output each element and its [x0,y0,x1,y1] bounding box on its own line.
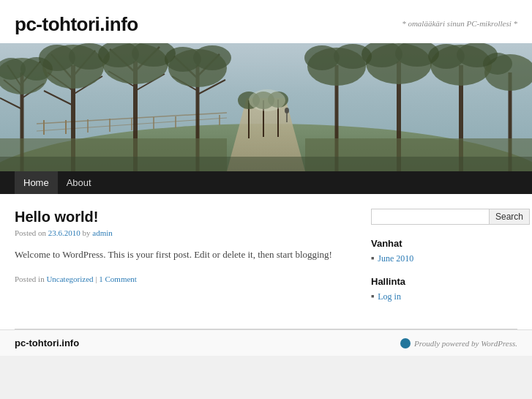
archive-item-june2010: June 2010 [371,253,517,264]
svg-point-62 [334,44,372,69]
footer-site-name: pc-tohtori.info [15,338,79,348]
post-category-link[interactable]: Uncategorized [46,275,93,283]
site-footer: pc-tohtori.info Proudly powered by WordP… [0,329,532,356]
wordpress-icon [400,338,411,348]
sidebar-search-widget: Search [371,209,517,225]
post-title: Hello world! [15,209,356,225]
archive-link-june2010[interactable]: June 2010 [378,253,413,264]
search-button[interactable]: Search [490,209,530,225]
nav-item-about[interactable]: About [58,171,100,194]
admin-link-login[interactable]: Log in [378,291,401,302]
sidebar: Search Vanhat June 2010 Hallinta Log in [371,209,517,314]
post-content: Welcome to WordPress. This is your first… [15,247,356,263]
sidebar-admin: Hallinta Log in [371,276,517,302]
content-area: Hello world! Posted on 23.6.2010 by admi… [0,194,532,329]
post-author-link[interactable]: admin [92,228,113,237]
admin-list: Log in [371,291,517,302]
main-content: Hello world! Posted on 23.6.2010 by admi… [15,209,356,314]
admin-title: Hallinta [371,276,517,287]
footer-posted-in: Posted in [15,275,45,283]
post: Hello world! Posted on 23.6.2010 by admi… [15,209,356,283]
footer-powered-text: Proudly powered by WordPress. [414,339,517,348]
hero-image [0,43,532,171]
svg-point-54 [457,43,498,67]
post-footer: Posted in Uncategorized | 1 Comment [15,275,356,283]
svg-point-71 [249,89,285,111]
post-meta: Posted on 23.6.2010 by admin [15,228,356,237]
svg-point-47 [193,45,231,70]
post-comment-link[interactable]: 1 Comment [99,275,137,283]
nav-link-about[interactable]: About [58,171,100,194]
navbar: Home About [0,171,532,194]
admin-item-login: Log in [371,291,517,302]
nav-link-home[interactable]: Home [15,171,58,194]
footer-powered-by: Proudly powered by WordPress. [400,338,517,348]
svg-point-69 [285,108,289,113]
sidebar-archives: Vanhat June 2010 [371,238,517,264]
search-input[interactable] [371,209,490,225]
site-tagline: * omalääkäri sinun PC-mikrollesi * [402,19,517,28]
nav-item-home[interactable]: Home [15,171,58,194]
site-header: * omalääkäri sinun PC-mikrollesi * pc-to… [0,0,532,43]
post-date-link[interactable]: 23.6.2010 [48,228,80,237]
meta-posted-label: Posted on [15,228,46,237]
archives-list: June 2010 [371,253,517,264]
svg-rect-74 [0,157,532,171]
meta-by-label: by [83,228,93,237]
archives-title: Vanhat [371,238,517,249]
